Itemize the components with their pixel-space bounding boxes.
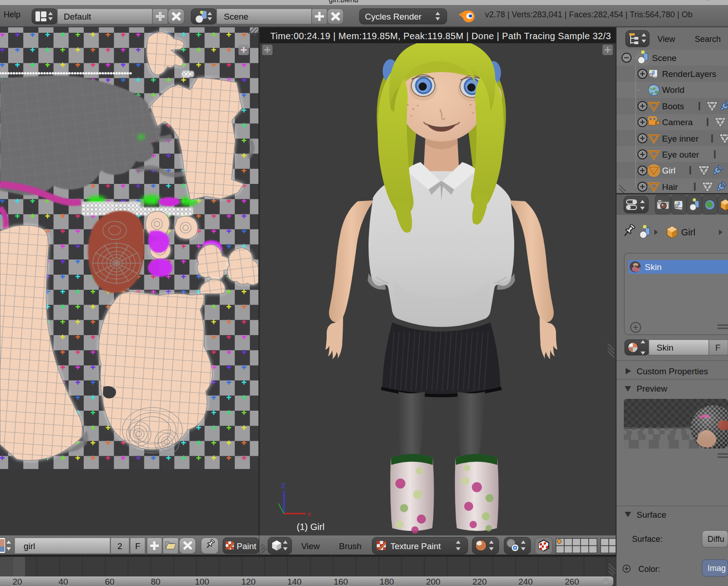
svg-text:Search: Search bbox=[695, 35, 721, 44]
svg-text:Scene: Scene bbox=[652, 53, 677, 63]
svg-text:Eye outer: Eye outer bbox=[662, 150, 699, 159]
svg-text:180: 180 bbox=[379, 577, 394, 586]
svg-text:160: 160 bbox=[334, 577, 348, 586]
svg-text:Texture Paint: Texture Paint bbox=[390, 541, 441, 551]
svg-text:Color:: Color: bbox=[638, 565, 660, 574]
svg-text:140: 140 bbox=[287, 577, 302, 586]
svg-text:F: F bbox=[135, 541, 141, 551]
svg-text:80: 80 bbox=[151, 577, 160, 586]
svg-text:Imag: Imag bbox=[708, 564, 726, 573]
svg-text:Surface: Surface bbox=[637, 510, 666, 520]
svg-text:Hair: Hair bbox=[662, 182, 678, 192]
svg-text:World: World bbox=[662, 85, 684, 95]
svg-text:Z: Z bbox=[281, 482, 285, 489]
svg-text:Scene: Scene bbox=[224, 12, 248, 21]
svg-text:60: 60 bbox=[105, 577, 114, 586]
svg-text:Skin: Skin bbox=[645, 262, 662, 272]
svg-text:F: F bbox=[715, 343, 721, 352]
svg-text:Preview: Preview bbox=[637, 384, 667, 393]
svg-text:Time:00:24.19 | Mem:119.85M, P: Time:00:24.19 | Mem:119.85M, Peak:119.85… bbox=[270, 31, 611, 41]
svg-text:100: 100 bbox=[195, 577, 209, 586]
svg-text:Surface:: Surface: bbox=[632, 535, 662, 544]
svg-text:Cycles Render: Cycles Render bbox=[365, 12, 422, 21]
svg-text:240: 240 bbox=[518, 577, 533, 586]
svg-text:Diffu: Diffu bbox=[708, 535, 724, 544]
svg-text:RenderLayers: RenderLayers bbox=[662, 69, 716, 79]
svg-text:Eye inner: Eye inner bbox=[662, 134, 699, 143]
svg-text:View: View bbox=[657, 35, 676, 44]
svg-text:120: 120 bbox=[241, 577, 256, 586]
svg-text:20: 20 bbox=[12, 577, 22, 586]
svg-text:Camera: Camera bbox=[662, 117, 693, 127]
svg-text:girl: girl bbox=[24, 541, 35, 551]
svg-text:x: x bbox=[308, 510, 311, 518]
svg-text:260: 260 bbox=[565, 577, 579, 586]
svg-text:View: View bbox=[301, 541, 320, 551]
svg-text:220: 220 bbox=[472, 577, 487, 586]
svg-text:40: 40 bbox=[58, 577, 68, 586]
svg-text:2: 2 bbox=[117, 541, 122, 551]
svg-text:Brush: Brush bbox=[339, 541, 362, 551]
svg-text:Girl: Girl bbox=[681, 227, 695, 237]
svg-text:Default: Default bbox=[64, 12, 91, 21]
svg-text:(1) Girl: (1) Girl bbox=[297, 522, 324, 532]
svg-text:200: 200 bbox=[426, 577, 440, 586]
svg-text:Girl: Girl bbox=[662, 166, 676, 175]
svg-text:Skin: Skin bbox=[657, 343, 673, 352]
svg-text:Custom Properties: Custom Properties bbox=[637, 367, 708, 376]
svg-text:Boots: Boots bbox=[662, 102, 684, 111]
svg-text:Paint: Paint bbox=[237, 541, 257, 551]
